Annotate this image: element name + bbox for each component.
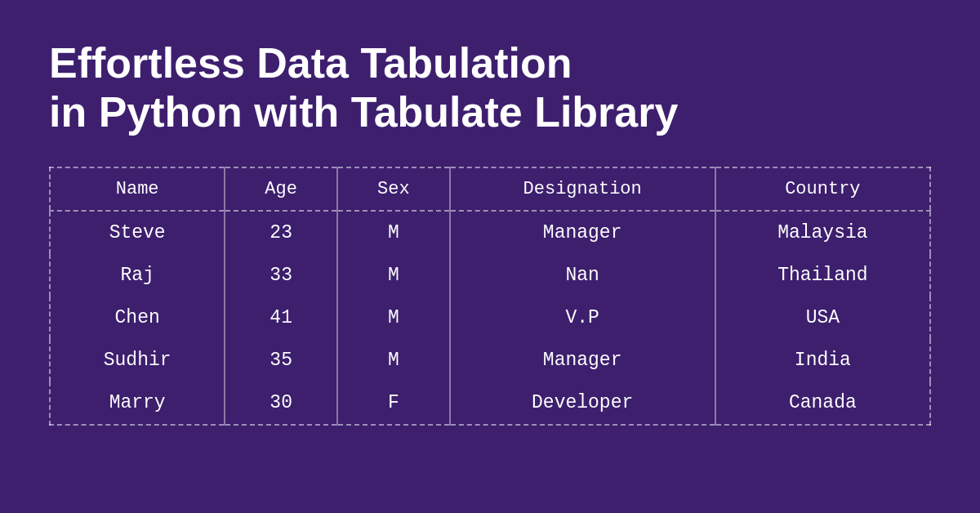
cell-1-2: M <box>337 254 450 297</box>
cell-3-3: Manager <box>450 339 715 381</box>
table-container: Name Age Sex Designation Country Steve23… <box>49 167 931 426</box>
cell-1-0: Raj <box>50 254 225 297</box>
cell-4-2: F <box>337 381 450 425</box>
cell-1-4: Thailand <box>715 254 930 297</box>
cell-0-2: M <box>337 211 450 254</box>
title-line2: in Python with Tabulate Library <box>49 88 678 136</box>
cell-2-4: USA <box>715 297 930 339</box>
data-table: Name Age Sex Designation Country Steve23… <box>49 167 931 426</box>
cell-4-4: Canada <box>715 381 930 425</box>
cell-1-3: Nan <box>450 254 715 297</box>
cell-0-1: 23 <box>225 211 337 254</box>
col-header-name: Name <box>50 167 225 211</box>
cell-2-0: Chen <box>50 297 225 339</box>
col-header-country: Country <box>715 167 930 211</box>
cell-2-2: M <box>337 297 450 339</box>
cell-1-1: 33 <box>225 254 337 297</box>
cell-0-4: Malaysia <box>715 211 930 254</box>
table-header-row: Name Age Sex Designation Country <box>50 167 930 211</box>
cell-4-1: 30 <box>225 381 337 425</box>
col-header-designation: Designation <box>450 167 715 211</box>
table-row: Sudhir35MManagerIndia <box>50 339 930 381</box>
table-row: Raj33MNanThailand <box>50 254 930 297</box>
table-row: Marry30FDeveloperCanada <box>50 381 930 425</box>
page-title: Effortless Data Tabulation in Python wit… <box>49 39 678 137</box>
cell-3-2: M <box>337 339 450 381</box>
cell-2-3: V.P <box>450 297 715 339</box>
col-header-age: Age <box>225 167 337 211</box>
cell-4-0: Marry <box>50 381 225 425</box>
col-header-sex: Sex <box>337 167 450 211</box>
cell-3-1: 35 <box>225 339 337 381</box>
cell-0-0: Steve <box>50 211 225 254</box>
cell-2-1: 41 <box>225 297 337 339</box>
table-row: Chen41MV.PUSA <box>50 297 930 339</box>
cell-3-0: Sudhir <box>50 339 225 381</box>
cell-0-3: Manager <box>450 211 715 254</box>
title-line1: Effortless Data Tabulation <box>49 39 572 87</box>
cell-4-3: Developer <box>450 381 715 425</box>
table-row: Steve23MManagerMalaysia <box>50 211 930 254</box>
cell-3-4: India <box>715 339 930 381</box>
